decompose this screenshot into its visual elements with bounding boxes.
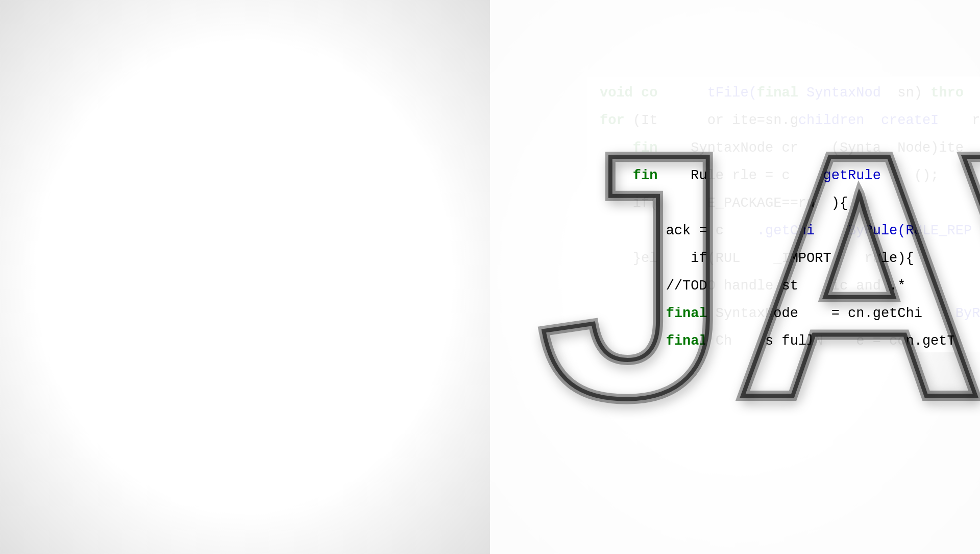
- main-scene: void co tFile(final SyntaxNod sn) thro C…: [490, 0, 980, 554]
- scene: [0, 0, 490, 554]
- code-panel: void co tFile(final SyntaxNod sn) thro C…: [587, 77, 980, 352]
